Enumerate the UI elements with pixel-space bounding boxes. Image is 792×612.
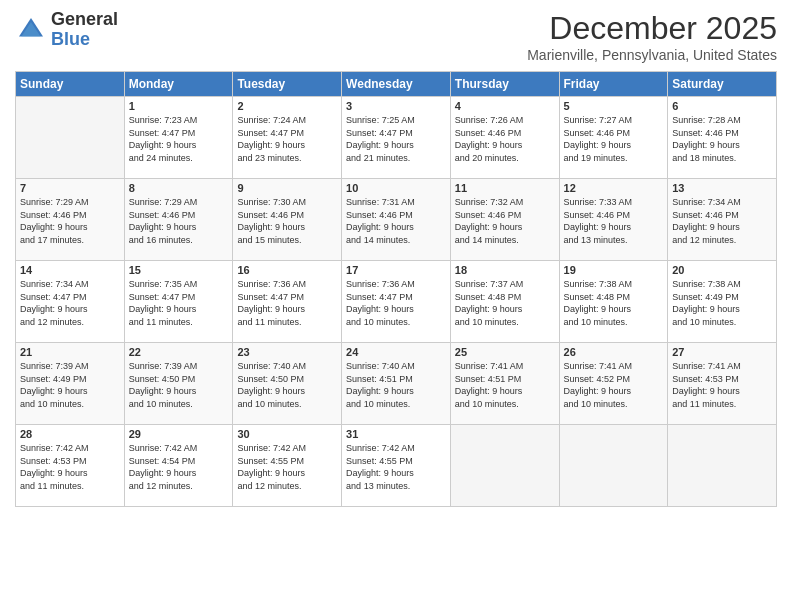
day-number: 1 bbox=[129, 100, 229, 112]
day-number: 26 bbox=[564, 346, 664, 358]
day-number: 7 bbox=[20, 182, 120, 194]
day-cell: 30Sunrise: 7:42 AM Sunset: 4:55 PM Dayli… bbox=[233, 425, 342, 507]
day-info: Sunrise: 7:38 AM Sunset: 4:48 PM Dayligh… bbox=[564, 278, 664, 328]
day-info: Sunrise: 7:31 AM Sunset: 4:46 PM Dayligh… bbox=[346, 196, 446, 246]
day-number: 6 bbox=[672, 100, 772, 112]
day-cell: 26Sunrise: 7:41 AM Sunset: 4:52 PM Dayli… bbox=[559, 343, 668, 425]
day-number: 15 bbox=[129, 264, 229, 276]
day-info: Sunrise: 7:41 AM Sunset: 4:51 PM Dayligh… bbox=[455, 360, 555, 410]
day-info: Sunrise: 7:42 AM Sunset: 4:55 PM Dayligh… bbox=[346, 442, 446, 492]
day-number: 23 bbox=[237, 346, 337, 358]
day-info: Sunrise: 7:30 AM Sunset: 4:46 PM Dayligh… bbox=[237, 196, 337, 246]
day-cell: 1Sunrise: 7:23 AM Sunset: 4:47 PM Daylig… bbox=[124, 97, 233, 179]
day-info: Sunrise: 7:39 AM Sunset: 4:49 PM Dayligh… bbox=[20, 360, 120, 410]
day-info: Sunrise: 7:42 AM Sunset: 4:54 PM Dayligh… bbox=[129, 442, 229, 492]
day-cell: 23Sunrise: 7:40 AM Sunset: 4:50 PM Dayli… bbox=[233, 343, 342, 425]
day-cell: 24Sunrise: 7:40 AM Sunset: 4:51 PM Dayli… bbox=[342, 343, 451, 425]
day-number: 30 bbox=[237, 428, 337, 440]
day-number: 21 bbox=[20, 346, 120, 358]
day-number: 25 bbox=[455, 346, 555, 358]
week-row-0: 1Sunrise: 7:23 AM Sunset: 4:47 PM Daylig… bbox=[16, 97, 777, 179]
day-number: 12 bbox=[564, 182, 664, 194]
logo: General Blue bbox=[15, 10, 118, 50]
day-number: 2 bbox=[237, 100, 337, 112]
day-number: 11 bbox=[455, 182, 555, 194]
day-number: 3 bbox=[346, 100, 446, 112]
day-info: Sunrise: 7:25 AM Sunset: 4:47 PM Dayligh… bbox=[346, 114, 446, 164]
day-cell: 25Sunrise: 7:41 AM Sunset: 4:51 PM Dayli… bbox=[450, 343, 559, 425]
day-cell: 4Sunrise: 7:26 AM Sunset: 4:46 PM Daylig… bbox=[450, 97, 559, 179]
day-cell: 22Sunrise: 7:39 AM Sunset: 4:50 PM Dayli… bbox=[124, 343, 233, 425]
logo-text: General Blue bbox=[51, 10, 118, 50]
day-cell bbox=[16, 97, 125, 179]
day-number: 17 bbox=[346, 264, 446, 276]
logo-icon bbox=[15, 14, 47, 46]
day-cell: 14Sunrise: 7:34 AM Sunset: 4:47 PM Dayli… bbox=[16, 261, 125, 343]
day-cell: 3Sunrise: 7:25 AM Sunset: 4:47 PM Daylig… bbox=[342, 97, 451, 179]
day-cell: 29Sunrise: 7:42 AM Sunset: 4:54 PM Dayli… bbox=[124, 425, 233, 507]
day-info: Sunrise: 7:42 AM Sunset: 4:55 PM Dayligh… bbox=[237, 442, 337, 492]
day-number: 10 bbox=[346, 182, 446, 194]
col-header-sunday: Sunday bbox=[16, 72, 125, 97]
day-info: Sunrise: 7:24 AM Sunset: 4:47 PM Dayligh… bbox=[237, 114, 337, 164]
day-number: 8 bbox=[129, 182, 229, 194]
day-number: 18 bbox=[455, 264, 555, 276]
week-row-2: 14Sunrise: 7:34 AM Sunset: 4:47 PM Dayli… bbox=[16, 261, 777, 343]
day-number: 28 bbox=[20, 428, 120, 440]
day-info: Sunrise: 7:28 AM Sunset: 4:46 PM Dayligh… bbox=[672, 114, 772, 164]
col-header-tuesday: Tuesday bbox=[233, 72, 342, 97]
day-cell: 9Sunrise: 7:30 AM Sunset: 4:46 PM Daylig… bbox=[233, 179, 342, 261]
day-number: 4 bbox=[455, 100, 555, 112]
logo-line1: General bbox=[51, 10, 118, 30]
day-cell: 16Sunrise: 7:36 AM Sunset: 4:47 PM Dayli… bbox=[233, 261, 342, 343]
day-cell: 15Sunrise: 7:35 AM Sunset: 4:47 PM Dayli… bbox=[124, 261, 233, 343]
col-header-friday: Friday bbox=[559, 72, 668, 97]
day-number: 14 bbox=[20, 264, 120, 276]
day-cell: 13Sunrise: 7:34 AM Sunset: 4:46 PM Dayli… bbox=[668, 179, 777, 261]
header: General Blue December 2025 Marienville, … bbox=[15, 10, 777, 63]
day-info: Sunrise: 7:23 AM Sunset: 4:47 PM Dayligh… bbox=[129, 114, 229, 164]
day-cell: 12Sunrise: 7:33 AM Sunset: 4:46 PM Dayli… bbox=[559, 179, 668, 261]
location: Marienville, Pennsylvania, United States bbox=[527, 47, 777, 63]
day-cell: 5Sunrise: 7:27 AM Sunset: 4:46 PM Daylig… bbox=[559, 97, 668, 179]
day-cell: 27Sunrise: 7:41 AM Sunset: 4:53 PM Dayli… bbox=[668, 343, 777, 425]
week-row-4: 28Sunrise: 7:42 AM Sunset: 4:53 PM Dayli… bbox=[16, 425, 777, 507]
day-number: 20 bbox=[672, 264, 772, 276]
day-info: Sunrise: 7:32 AM Sunset: 4:46 PM Dayligh… bbox=[455, 196, 555, 246]
day-cell: 10Sunrise: 7:31 AM Sunset: 4:46 PM Dayli… bbox=[342, 179, 451, 261]
day-cell: 31Sunrise: 7:42 AM Sunset: 4:55 PM Dayli… bbox=[342, 425, 451, 507]
month-title: December 2025 bbox=[527, 10, 777, 47]
day-number: 13 bbox=[672, 182, 772, 194]
day-number: 24 bbox=[346, 346, 446, 358]
day-info: Sunrise: 7:26 AM Sunset: 4:46 PM Dayligh… bbox=[455, 114, 555, 164]
day-info: Sunrise: 7:29 AM Sunset: 4:46 PM Dayligh… bbox=[20, 196, 120, 246]
day-cell: 2Sunrise: 7:24 AM Sunset: 4:47 PM Daylig… bbox=[233, 97, 342, 179]
week-row-1: 7Sunrise: 7:29 AM Sunset: 4:46 PM Daylig… bbox=[16, 179, 777, 261]
day-info: Sunrise: 7:40 AM Sunset: 4:50 PM Dayligh… bbox=[237, 360, 337, 410]
day-cell: 17Sunrise: 7:36 AM Sunset: 4:47 PM Dayli… bbox=[342, 261, 451, 343]
header-row: SundayMondayTuesdayWednesdayThursdayFrid… bbox=[16, 72, 777, 97]
day-info: Sunrise: 7:42 AM Sunset: 4:53 PM Dayligh… bbox=[20, 442, 120, 492]
title-block: December 2025 Marienville, Pennsylvania,… bbox=[527, 10, 777, 63]
day-info: Sunrise: 7:39 AM Sunset: 4:50 PM Dayligh… bbox=[129, 360, 229, 410]
day-cell bbox=[559, 425, 668, 507]
day-cell bbox=[450, 425, 559, 507]
day-cell: 8Sunrise: 7:29 AM Sunset: 4:46 PM Daylig… bbox=[124, 179, 233, 261]
day-info: Sunrise: 7:34 AM Sunset: 4:47 PM Dayligh… bbox=[20, 278, 120, 328]
day-number: 5 bbox=[564, 100, 664, 112]
day-info: Sunrise: 7:34 AM Sunset: 4:46 PM Dayligh… bbox=[672, 196, 772, 246]
page: General Blue December 2025 Marienville, … bbox=[0, 0, 792, 612]
logo-line2: Blue bbox=[51, 30, 118, 50]
day-number: 16 bbox=[237, 264, 337, 276]
calendar-table: SundayMondayTuesdayWednesdayThursdayFrid… bbox=[15, 71, 777, 507]
day-info: Sunrise: 7:36 AM Sunset: 4:47 PM Dayligh… bbox=[237, 278, 337, 328]
day-cell: 21Sunrise: 7:39 AM Sunset: 4:49 PM Dayli… bbox=[16, 343, 125, 425]
day-cell: 18Sunrise: 7:37 AM Sunset: 4:48 PM Dayli… bbox=[450, 261, 559, 343]
day-number: 29 bbox=[129, 428, 229, 440]
day-info: Sunrise: 7:41 AM Sunset: 4:53 PM Dayligh… bbox=[672, 360, 772, 410]
day-info: Sunrise: 7:40 AM Sunset: 4:51 PM Dayligh… bbox=[346, 360, 446, 410]
day-cell: 20Sunrise: 7:38 AM Sunset: 4:49 PM Dayli… bbox=[668, 261, 777, 343]
day-number: 9 bbox=[237, 182, 337, 194]
week-row-3: 21Sunrise: 7:39 AM Sunset: 4:49 PM Dayli… bbox=[16, 343, 777, 425]
day-cell: 19Sunrise: 7:38 AM Sunset: 4:48 PM Dayli… bbox=[559, 261, 668, 343]
